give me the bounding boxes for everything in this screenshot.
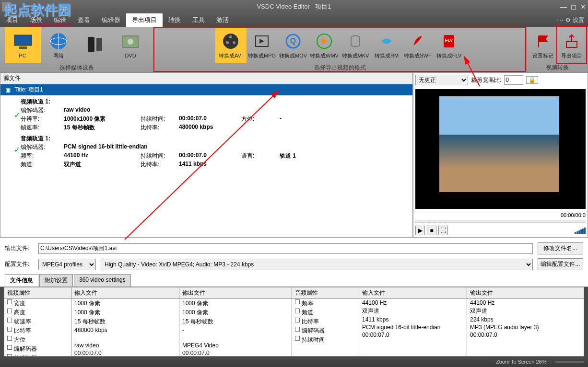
device-pc[interactable]: PC — [5, 27, 41, 63]
svg-rect-5 — [88, 37, 94, 52]
svg-text:FLV: FLV — [445, 38, 453, 43]
preview-time: 00:00/00:0 — [413, 211, 588, 219]
flag-icon — [533, 31, 553, 51]
mov-icon: Q — [283, 31, 303, 51]
zoom-out-icon[interactable]: − — [550, 359, 553, 365]
header-output2: 输出文件 — [467, 287, 584, 299]
format-flv[interactable]: FLV 转换成FLV — [434, 27, 465, 63]
stop-button[interactable]: ■ — [427, 226, 436, 235]
format-rm[interactable]: 转换成RM — [371, 27, 402, 63]
preview-panel: 无更正 裁剪宽高比: 🔒 00:00/00:0 ▶ ■ ⛶ — [413, 72, 588, 238]
change-filename-button[interactable]: 修改文件名... — [538, 242, 583, 254]
format-swf[interactable]: 转换成SWF — [402, 27, 434, 63]
svg-rect-6 — [96, 38, 102, 51]
format-avi[interactable]: 转换成AVI — [215, 27, 247, 63]
aspect-label: 裁剪宽高比: — [471, 76, 501, 84]
profile-select[interactable]: MPEG4 profiles — [38, 259, 96, 270]
header-video-attr: 视频属性 — [4, 287, 71, 299]
format-mov[interactable]: Q 转换成MOV — [278, 27, 309, 63]
wmv-icon — [314, 31, 334, 51]
pc-icon — [12, 32, 33, 52]
info-tabs: 文件信息 附加设置 360 video settings — [0, 272, 588, 287]
tab-additional[interactable]: 附加设置 — [39, 274, 73, 287]
ribbon-group-convert-label: 视频转换 — [546, 63, 569, 72]
device-network[interactable]: 网络 — [41, 27, 77, 63]
svg-point-10 — [229, 35, 232, 38]
property-table: 视频属性 宽度 高度 帧速率 比特率 方位 编解码器 持续时间 输入文件 100… — [4, 287, 584, 356]
fullscreen-button[interactable]: ⛶ — [438, 226, 448, 235]
mpg-icon — [252, 31, 272, 51]
watermark-text: 起点软件园 — [4, 1, 71, 19]
tab-fileinfo[interactable]: 文件信息 — [5, 274, 38, 287]
gear-icon[interactable]: ⚙ — [565, 17, 571, 23]
export-project[interactable]: 导出项目 — [557, 27, 586, 63]
header-input: 输入文件 — [71, 287, 179, 299]
titlebar: VSDC Video Editor - 项目1 — ◻ ✕ — [0, 0, 588, 13]
aspect-input[interactable] — [504, 75, 523, 85]
minimize-button[interactable]: — — [560, 3, 567, 11]
dvd-icon — [120, 32, 141, 52]
config-label: 配置文件: — [5, 260, 34, 268]
output-file-input[interactable] — [38, 243, 533, 254]
format-wmv[interactable]: 转换成WMV — [309, 27, 340, 63]
check-icon: ✓ — [14, 145, 20, 154]
svg-text:Q: Q — [290, 37, 296, 45]
tab-360[interactable]: 360 video settings — [74, 274, 131, 287]
menubar: 项目 场景 编辑 查看 编辑器 导出项目 转换 工具 激活 ⋯ ⚙ 设置 — [0, 13, 588, 27]
menu-editor[interactable]: 编辑器 — [96, 13, 126, 27]
flv-icon: FLV — [439, 31, 459, 51]
lock-icon[interactable]: 🔒 — [526, 76, 538, 84]
preview-seekbar[interactable] — [415, 220, 586, 223]
device-dvd[interactable]: DVD — [113, 27, 149, 63]
menu-tools[interactable]: 工具 — [187, 13, 211, 27]
settings-label[interactable]: 设置 — [573, 16, 584, 24]
source-title-row[interactable]: ▣ Title: 项目1 — [0, 84, 412, 95]
rm-icon — [376, 31, 397, 51]
close-button[interactable]: ✕ — [580, 3, 586, 11]
svg-rect-21 — [566, 42, 577, 47]
header-audio-attr: 音频属性 — [292, 287, 359, 299]
check-icon: ✓ — [14, 111, 20, 120]
watermark-url: www.pc0359.cn — [29, 21, 72, 28]
ribbon-group-format-label: 选择导出视频的格式 — [314, 63, 366, 72]
menu-convert[interactable]: 转换 — [163, 13, 187, 27]
zoom-slider[interactable] — [555, 361, 584, 363]
zoom-label: Zoom To Screen 26% — [496, 359, 547, 365]
set-marker[interactable]: 设置标记 — [529, 27, 557, 63]
format-mkv[interactable]: 转换成MKV — [340, 27, 371, 63]
maximize-button[interactable]: ◻ — [571, 3, 576, 11]
help-icon[interactable]: ⋯ — [557, 16, 564, 24]
avi-icon — [221, 31, 241, 51]
svg-marker-14 — [259, 39, 264, 44]
device-phone[interactable] — [77, 27, 113, 63]
window-title: VSDC Video Editor - 项目1 — [257, 2, 331, 11]
output-file-label: 输出文件: — [5, 244, 34, 252]
phone-icon — [84, 34, 105, 55]
svg-point-8 — [128, 39, 133, 45]
ribbon: PC 网络 DVD 选择媒体设备 转换成AVI — [0, 27, 588, 72]
play-button[interactable]: ▶ — [415, 226, 425, 235]
menu-activate[interactable]: 激活 — [211, 13, 235, 27]
globe-icon — [48, 31, 69, 51]
correction-select[interactable]: 无更正 — [415, 75, 468, 85]
volume-indicator[interactable] — [575, 228, 586, 234]
statusbar: Zoom To Screen 26% − — [0, 356, 588, 367]
svg-point-12 — [226, 41, 229, 44]
mkv-icon — [345, 31, 365, 51]
quality-select[interactable]: High Quality - Video: XviD MPEG4; Audio:… — [101, 259, 533, 270]
swf-icon — [408, 31, 428, 51]
header-input2: 输入文件 — [359, 287, 467, 299]
collapse-icon[interactable]: ▣ — [5, 87, 11, 93]
menu-export[interactable]: 导出项目 — [126, 13, 163, 27]
export-icon — [562, 31, 582, 51]
edit-config-button[interactable]: 编辑配置文件... — [538, 258, 583, 270]
video-preview[interactable] — [415, 89, 586, 209]
format-mpg[interactable]: 转换成MPG — [247, 27, 278, 63]
svg-marker-18 — [322, 38, 328, 45]
source-header: 源文件 — [0, 73, 412, 84]
header-output: 输出文件 — [179, 287, 292, 299]
source-panel: 源文件 ▣ Title: 项目1 ✓ ✓ 视频轨道 1: 编解码器:raw vi… — [0, 72, 413, 238]
menu-view[interactable]: 查看 — [72, 13, 96, 27]
ribbon-group-device-label: 选择媒体设备 — [59, 63, 94, 72]
svg-point-11 — [233, 41, 235, 44]
